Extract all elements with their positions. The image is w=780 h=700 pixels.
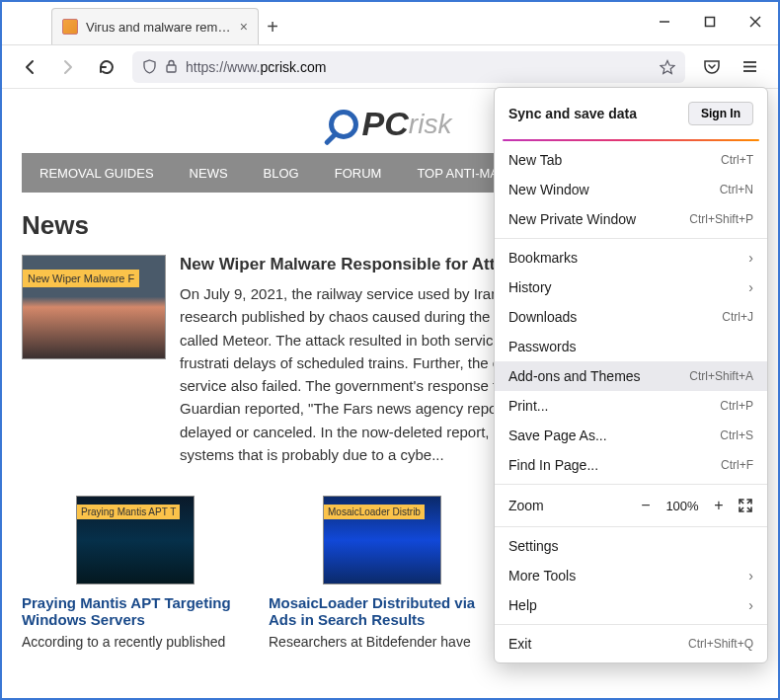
logo-pc: PC	[362, 105, 409, 143]
menu-item-label: Downloads	[508, 309, 577, 325]
menu-item-label: Help	[508, 597, 537, 613]
url-domain: pcrisk.com	[260, 59, 326, 75]
card-thumbnail[interactable]: Praying Mantis APT T	[76, 496, 195, 584]
nav-forum[interactable]: FORUM	[317, 166, 400, 181]
menu-item-label: Add-ons and Themes	[508, 368, 641, 384]
menu-item-label: Print...	[508, 398, 548, 414]
menu-shortcut: Ctrl+Shift+P	[689, 212, 753, 226]
menu-find-in-page[interactable]: Find In Page...Ctrl+F	[495, 450, 767, 480]
fullscreen-button[interactable]	[738, 498, 753, 513]
thumbnail-label: New Wiper Malware F	[23, 270, 139, 287]
menu-help[interactable]: Help›	[495, 590, 767, 620]
chevron-right-icon: ›	[748, 597, 753, 613]
menu-item-label: New Window	[508, 182, 589, 197]
menu-shortcut: Ctrl+J	[722, 310, 753, 324]
magnifier-icon	[329, 110, 358, 139]
menu-zoom-row: Zoom − 100% +	[495, 489, 767, 522]
svg-rect-4	[167, 65, 176, 72]
app-menu-panel: Sync and save data Sign In New TabCtrl+T…	[494, 87, 768, 663]
menu-settings[interactable]: Settings	[495, 531, 767, 561]
new-tab-button[interactable]: +	[259, 10, 286, 44]
tab-favicon	[62, 19, 78, 35]
svg-rect-1	[706, 18, 715, 27]
menu-downloads[interactable]: DownloadsCtrl+J	[495, 302, 767, 332]
nav-blog[interactable]: BLOG	[246, 166, 317, 181]
menu-item-label: Exit	[508, 636, 531, 652]
zoom-out-button[interactable]: −	[635, 495, 657, 516]
menu-shortcut: Ctrl+P	[720, 399, 753, 413]
tab-title: Virus and malware removal inst	[86, 20, 232, 35]
close-button[interactable]	[733, 2, 778, 41]
zoom-value: 100%	[664, 499, 700, 513]
menu-save-page[interactable]: Save Page As...Ctrl+S	[495, 421, 767, 450]
tab-close-icon[interactable]: ×	[240, 19, 248, 35]
nav-removal-guides[interactable]: REMOVAL GUIDES	[22, 166, 172, 181]
forward-button[interactable]	[51, 50, 85, 84]
pocket-button[interactable]	[695, 50, 729, 84]
card-thumbnail[interactable]: MosaicLoader Distrib	[323, 496, 441, 584]
menu-item-label: New Tab	[508, 152, 562, 168]
menu-item-label: Settings	[508, 538, 559, 554]
chevron-right-icon: ›	[748, 250, 753, 266]
card-mosaicloader: MosaicLoader Distrib MosaicLoader Distri…	[269, 496, 496, 650]
hamburger-menu-button[interactable]	[733, 50, 766, 84]
zoom-label: Zoom	[508, 498, 627, 513]
menu-passwords[interactable]: Passwords	[495, 332, 767, 361]
sync-label: Sync and save data	[508, 106, 637, 121]
browser-tab[interactable]: Virus and malware removal inst ×	[51, 8, 259, 44]
card-thumb-label: MosaicLoader Distrib	[324, 505, 425, 519]
menu-sync-row: Sync and save data Sign In	[495, 92, 767, 135]
reload-button[interactable]	[89, 50, 122, 84]
back-button[interactable]	[14, 50, 47, 84]
menu-item-label: Passwords	[508, 339, 576, 354]
menu-more-tools[interactable]: More Tools›	[495, 561, 767, 590]
window-controls	[642, 2, 778, 44]
card-body: Researchers at Bitdefender have	[269, 634, 496, 650]
menu-new-private-window[interactable]: New Private WindowCtrl+Shift+P	[495, 204, 767, 234]
menu-divider	[503, 139, 759, 141]
minimize-button[interactable]	[642, 2, 687, 41]
menu-item-label: More Tools	[508, 568, 576, 583]
lock-icon	[165, 59, 178, 74]
menu-history[interactable]: History›	[495, 272, 767, 302]
menu-shortcut: Ctrl+T	[721, 153, 753, 167]
menu-divider	[495, 238, 767, 239]
nav-news[interactable]: NEWS	[172, 166, 246, 181]
menu-print[interactable]: Print...Ctrl+P	[495, 391, 767, 421]
menu-addons-themes[interactable]: Add-ons and ThemesCtrl+Shift+A	[495, 361, 767, 391]
card-title[interactable]: Praying Mantis APT Targeting Windows Ser…	[22, 594, 249, 628]
titlebar: Virus and malware removal inst × +	[2, 2, 778, 45]
chevron-right-icon: ›	[748, 279, 753, 295]
menu-item-label: History	[508, 279, 552, 295]
menu-exit[interactable]: ExitCtrl+Shift+Q	[495, 629, 767, 659]
menu-shortcut: Ctrl+N	[720, 183, 753, 196]
chevron-right-icon: ›	[748, 568, 753, 583]
menu-item-label: Find In Page...	[508, 457, 598, 473]
signin-button[interactable]: Sign In	[688, 102, 753, 125]
menu-item-label: Bookmarks	[508, 250, 578, 266]
menu-new-tab[interactable]: New TabCtrl+T	[495, 145, 767, 175]
toolbar: https://www.pcrisk.com	[2, 45, 778, 89]
article-thumbnail[interactable]: New Wiper Malware F	[22, 255, 166, 359]
menu-divider	[495, 484, 767, 485]
menu-divider	[495, 526, 767, 527]
maximize-button[interactable]	[687, 2, 733, 41]
menu-item-label: New Private Window	[508, 211, 636, 227]
menu-shortcut: Ctrl+Shift+Q	[688, 637, 753, 651]
shield-icon	[142, 59, 157, 74]
menu-new-window[interactable]: New WindowCtrl+N	[495, 175, 767, 204]
card-thumb-label: Praying Mantis APT T	[77, 505, 180, 519]
logo-risk: risk	[409, 109, 452, 140]
card-title[interactable]: MosaicLoader Distributed via Ads in Sear…	[269, 594, 496, 628]
zoom-in-button[interactable]: +	[708, 495, 730, 516]
menu-bookmarks[interactable]: Bookmarks›	[495, 243, 767, 272]
url-protocol: https://	[186, 59, 227, 75]
url-bar[interactable]: https://www.pcrisk.com	[132, 51, 685, 83]
menu-shortcut: Ctrl+F	[721, 458, 753, 472]
menu-divider	[495, 624, 767, 625]
menu-shortcut: Ctrl+Shift+A	[689, 369, 753, 383]
url-text: https://www.pcrisk.com	[186, 59, 326, 75]
menu-shortcut: Ctrl+S	[720, 428, 753, 442]
bookmark-star-icon[interactable]	[660, 59, 675, 75]
url-host: www.	[227, 59, 260, 75]
